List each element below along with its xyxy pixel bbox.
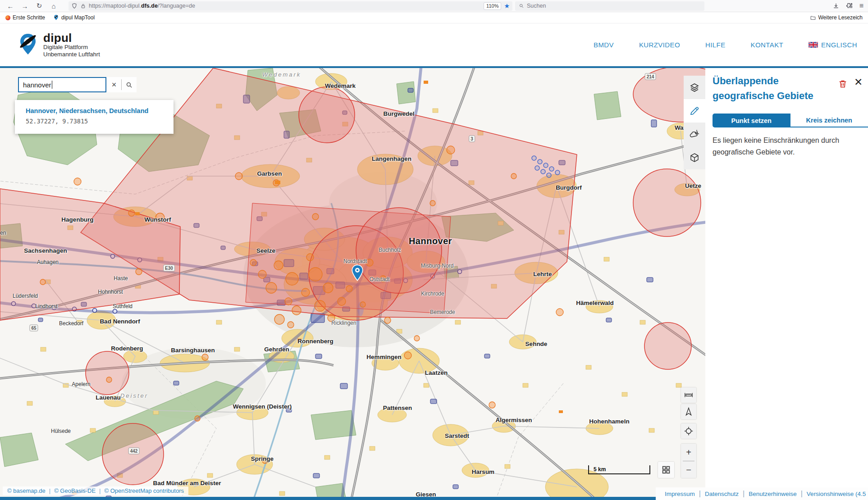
- page-zoom-indicator[interactable]: 110%: [484, 2, 501, 10]
- pencil-icon: [689, 105, 700, 116]
- forward-icon[interactable]: →: [19, 1, 31, 11]
- dipul-pin-icon: [17, 32, 39, 57]
- draw-button[interactable]: [684, 99, 705, 123]
- ruler-icon: [684, 390, 694, 400]
- browser-toolbar: ← → ↻ ⌂ https://maptool-dipul.dfs.de/?la…: [0, 0, 868, 12]
- bookmark-erste-schritte[interactable]: Erste Schritte: [5, 14, 45, 21]
- home-icon[interactable]: ⌂: [48, 1, 59, 11]
- bookmark-star-icon[interactable]: ★: [504, 3, 510, 9]
- map-search-value: hannover: [23, 81, 51, 89]
- search-icon: [519, 3, 524, 9]
- panel-empty-message: Es liegen keine Einschränkungen durch ge…: [713, 135, 854, 158]
- search-icon: [125, 81, 133, 89]
- attribution-osm[interactable]: © OpenStreetMap contributors: [104, 487, 184, 494]
- footer-impressum[interactable]: Impressum: [665, 491, 695, 497]
- map-attribution: © basemap.de | © GeoBasis-DE | © OpenStr…: [3, 486, 188, 495]
- folder-icon: [810, 15, 816, 21]
- attribution-separator: |: [99, 487, 101, 494]
- footer-links: Impressum | Datenschutz | Benutzerhinwei…: [656, 487, 868, 500]
- attribution-geobasis[interactable]: © GeoBasis-DE: [54, 487, 96, 494]
- nav-hilfe[interactable]: HILFE: [705, 41, 726, 49]
- search-result-dropdown[interactable]: Hannover, Niedersachsen, Deutschland 52.…: [15, 100, 174, 134]
- footer-separator: |: [699, 490, 701, 498]
- grid-icon: [661, 465, 671, 475]
- panel-tabs: Punkt setzen Kreis zeichnen: [713, 114, 868, 127]
- map-canvas[interactable]: WedemarkDeisterHannoverWedemarkBurgwedel…: [0, 68, 705, 500]
- brand-name: dipul: [43, 32, 100, 44]
- dipul-favicon: [53, 14, 59, 21]
- locate-button[interactable]: [681, 423, 696, 439]
- geo-zones-panel: Überlappendegeografische Gebiete ✕ Punkt…: [705, 68, 868, 500]
- footer-benutzerhinweise[interactable]: Benutzerhinweise: [749, 491, 797, 497]
- result-title[interactable]: Hannover, Niedersachsen, Deutschland: [26, 107, 174, 114]
- url-bar[interactable]: https://maptool-dipul.dfs.de/?language=d…: [69, 1, 512, 11]
- 3d-view-button[interactable]: [684, 146, 705, 169]
- extensions-icon[interactable]: [846, 2, 853, 9]
- weather-icon: [689, 129, 700, 140]
- measure-button[interactable]: [681, 387, 696, 403]
- search-placeholder: Suchen: [527, 3, 546, 9]
- footer-versionshinweise[interactable]: Versionshinweise (4.5: [807, 491, 866, 497]
- footer-datenschutz[interactable]: Datenschutz: [705, 491, 739, 497]
- nav-language[interactable]: ENGLISCH: [809, 41, 857, 49]
- result-coordinates: 52.37227, 9.73815: [26, 118, 174, 125]
- footer-separator: |: [801, 490, 803, 498]
- attribution-separator: |: [49, 487, 50, 494]
- panel-title: Überlappendegeografische Gebiete: [713, 73, 825, 103]
- main-nav: BMDV KURZVIDEO HILFE KONTAKT ENGLISCH: [594, 41, 863, 49]
- nav-kontakt[interactable]: KONTAKT: [751, 41, 784, 49]
- attribution-basemap[interactable]: © basemap.de: [7, 487, 46, 494]
- scale-label: 5 km: [594, 466, 606, 473]
- url-text: https://maptool-dipul.dfs.de/?language=d…: [89, 3, 481, 9]
- more-bookmarks[interactable]: Weitere Lesezeich: [810, 14, 863, 21]
- tab-punkt-setzen[interactable]: Punkt setzen: [713, 114, 790, 127]
- layers-button[interactable]: [684, 76, 705, 99]
- location-pin[interactable]: [351, 264, 364, 282]
- downloads-icon[interactable]: [832, 2, 840, 9]
- search-buttons: ×: [107, 77, 137, 92]
- nav-language-label: ENGLISCH: [821, 41, 857, 49]
- map-bottom-border: [0, 497, 656, 500]
- nav-bmdv[interactable]: BMDV: [594, 41, 614, 49]
- scale-bar: 5 km: [588, 465, 650, 474]
- clear-search-button[interactable]: ×: [107, 77, 121, 92]
- site-header: dipul Digitale Plattform Unbemannte Luft…: [0, 23, 868, 66]
- zoom-in-button[interactable]: +: [681, 444, 696, 461]
- weather-button[interactable]: [684, 123, 705, 146]
- reload-icon[interactable]: ↻: [33, 1, 45, 11]
- map-search-input[interactable]: hannover: [18, 77, 106, 92]
- layers-icon: [689, 82, 700, 93]
- bookmark-dipul-maptool[interactable]: dipul MapTool: [53, 14, 95, 21]
- back-icon[interactable]: ←: [5, 1, 16, 11]
- map-tools-strip: [684, 76, 705, 169]
- lock-icon[interactable]: [80, 3, 86, 9]
- cube-icon: [689, 152, 700, 163]
- bookmark-label: dipul MapTool: [61, 14, 95, 21]
- brand-subtitle-1: Digitale Plattform: [43, 44, 100, 51]
- trash-icon: [838, 79, 848, 89]
- delete-button[interactable]: [838, 79, 848, 89]
- more-bookmarks-label: Weitere Lesezeich: [818, 14, 863, 21]
- tab-kreis-zeichnen[interactable]: Kreis zeichnen: [790, 114, 868, 127]
- close-panel-button[interactable]: ✕: [854, 77, 863, 87]
- footer-separator: |: [743, 490, 745, 498]
- uk-flag-icon: [809, 42, 818, 48]
- zoom-controls: + −: [681, 444, 696, 478]
- bookmarks-bar: Erste Schritte dipul MapTool Weitere Les…: [0, 12, 868, 23]
- nav-kurzvideo[interactable]: KURZVIDEO: [639, 41, 680, 49]
- locate-icon: [684, 426, 694, 436]
- bookmark-label: Erste Schritte: [13, 14, 45, 21]
- zoom-out-button[interactable]: −: [681, 461, 696, 478]
- grid-view-button[interactable]: [658, 462, 674, 478]
- browser-search-field[interactable]: Suchen: [515, 1, 704, 11]
- brand-subtitle-2: Unbemannte Luftfahrt: [43, 51, 100, 58]
- shield-icon[interactable]: [71, 3, 78, 9]
- firefox-favicon: [5, 15, 10, 20]
- text-caret: [52, 81, 52, 89]
- search-button[interactable]: [122, 77, 136, 92]
- compass-button[interactable]: [681, 404, 696, 419]
- north-arrow-icon: [684, 407, 694, 417]
- dipul-logo[interactable]: dipul Digitale Plattform Unbemannte Luft…: [17, 32, 100, 58]
- menu-icon[interactable]: ≡: [859, 2, 863, 10]
